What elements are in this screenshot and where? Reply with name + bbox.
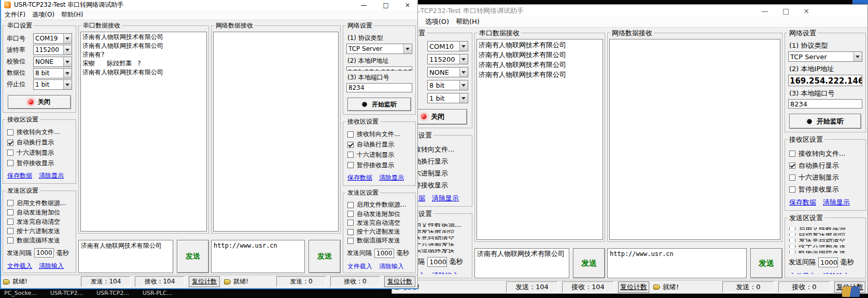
link-clear-display[interactable]: 清除显示: [379, 173, 404, 182]
network-receive-send-button[interactable]: 发送: [750, 248, 782, 278]
pause-receive-display-checkbox[interactable]: [347, 162, 354, 168]
dropdown-arrow-icon[interactable]: [63, 45, 72, 55]
link-clear-display[interactable]: 清除显示: [823, 198, 850, 207]
serial-receive-area[interactable]: 济南有人物联网技术有限公司济南有人物联网技术有限公司济南有?宋锲 际跂邢藁 ?济…: [80, 32, 207, 232]
auto-clear-after-send-checkbox[interactable]: [789, 239, 795, 241]
taskbar-item[interactable]: PC_Socke...: [4, 290, 37, 296]
interval-input[interactable]: 1000: [34, 248, 54, 258]
protocol-dropdown[interactable]: TCP Server: [346, 44, 412, 54]
data-bits-dropdown[interactable]: 8 bit: [33, 68, 72, 78]
maximize-button[interactable]: □: [383, 2, 389, 8]
enable-file-data-source-checkbox[interactable]: [789, 227, 795, 230]
menu-item-options[interactable]: 选项(O): [32, 10, 54, 19]
hex-display-checkbox[interactable]: [347, 152, 354, 158]
local-ip-input[interactable]: 169.254.222.146: [788, 75, 862, 86]
hex-display-checkbox[interactable]: [7, 150, 13, 156]
taskbar-item[interactable]: USR-PLC...: [143, 290, 172, 296]
network-receive-send-button[interactable]: 发送: [309, 240, 341, 273]
network-receive-send-input[interactable]: http://www.usr.cn: [607, 248, 747, 278]
link-clear-input[interactable]: 清除输入: [379, 262, 404, 269]
link-save-data[interactable]: 保存数据: [347, 173, 372, 182]
local-port-input[interactable]: 8234: [788, 99, 862, 109]
serial-close-button[interactable]: 关闭: [8, 95, 71, 109]
link-clear-display[interactable]: 清除显示: [39, 171, 64, 180]
serial-receive-send-button[interactable]: 发送: [177, 240, 209, 273]
network-receive-area[interactable]: [213, 32, 339, 232]
send-as-hex-checkbox[interactable]: [7, 228, 13, 234]
serial-receive-send-button[interactable]: 发送: [573, 248, 605, 278]
dropdown-arrow-icon[interactable]: [459, 67, 468, 77]
link-clear-input[interactable]: 清除输入: [823, 272, 850, 274]
send-as-hex-checkbox[interactable]: [347, 229, 354, 235]
link-load-file[interactable]: 文件载入: [7, 262, 32, 269]
auto-linefeed-display-checkbox[interactable]: [789, 162, 795, 169]
parity-dropdown[interactable]: NONE: [427, 67, 468, 77]
close-button[interactable]: ×: [803, 7, 809, 15]
close-button[interactable]: ×: [405, 2, 410, 8]
interval-input[interactable]: 1000: [427, 257, 447, 267]
enable-file-data-source-checkbox[interactable]: [7, 200, 13, 206]
baud-rate-dropdown[interactable]: 115200: [33, 45, 72, 55]
loop-data-stream-checkbox[interactable]: [347, 238, 354, 244]
link-load-file[interactable]: 文件载入: [789, 272, 816, 274]
com-port-dropdown[interactable]: COM10: [427, 41, 468, 51]
maximize-button[interactable]: □: [782, 7, 789, 15]
dropdown-arrow-icon[interactable]: [459, 93, 468, 103]
minimize-button[interactable]: —: [361, 2, 367, 8]
network-receive-send-input[interactable]: http://www.usr.cn: [211, 240, 305, 273]
auto-clear-after-send-checkbox[interactable]: [7, 219, 13, 225]
dropdown-arrow-icon[interactable]: [853, 52, 862, 61]
interval-input[interactable]: 1000: [818, 258, 838, 267]
menu-item-help[interactable]: 帮助(H): [61, 10, 83, 19]
menu-item-help[interactable]: 帮助(H): [456, 17, 480, 26]
receive-to-file-checkbox[interactable]: [7, 129, 13, 136]
menu-item-options[interactable]: 选项(O): [425, 17, 449, 26]
dropdown-arrow-icon[interactable]: [459, 80, 468, 90]
pause-receive-display-checkbox[interactable]: [7, 160, 13, 166]
hex-display-checkbox[interactable]: [789, 174, 795, 181]
dropdown-arrow-icon[interactable]: [63, 34, 72, 43]
link-save-data[interactable]: 保存数据: [7, 171, 32, 180]
link-clear-display[interactable]: 清除显示: [432, 194, 459, 202]
minimize-button[interactable]: —: [761, 7, 768, 15]
stop-bits-dropdown[interactable]: 1 bit: [33, 79, 72, 90]
dropdown-arrow-icon[interactable]: [403, 44, 412, 53]
link-clear-input[interactable]: 清除输入: [39, 262, 64, 269]
link-save-data[interactable]: 保存数据: [789, 198, 816, 207]
serial-receive-area[interactable]: 济南有人物联网技术有限公司济南有人物联网技术有限公司济南有人物联网技术有限公司济…: [477, 39, 603, 240]
taskbar-item[interactable]: USR-TCP2...: [50, 290, 83, 296]
receive-to-file-checkbox[interactable]: [789, 151, 795, 157]
local-port-input[interactable]: 8234: [346, 83, 412, 92]
dropdown-arrow-icon[interactable]: [63, 80, 72, 89]
auto-linefeed-display-checkbox[interactable]: [7, 140, 13, 146]
com-port-dropdown[interactable]: COM19: [33, 33, 72, 44]
taskbar-item[interactable]: USR-TCP2...: [96, 290, 129, 296]
listen-button[interactable]: 开始监听: [789, 114, 861, 129]
link-clear-input[interactable]: 清除输入: [432, 271, 459, 275]
interval-input[interactable]: 1000: [374, 249, 394, 258]
menu-item-file[interactable]: 文件(F): [5, 10, 25, 19]
local-ip-input[interactable]: 169.254.222.146: [346, 66, 412, 71]
dropdown-arrow-icon[interactable]: [63, 57, 72, 66]
protocol-dropdown[interactable]: TCP Server: [788, 51, 862, 62]
baud-rate-dropdown[interactable]: 115200: [427, 54, 468, 64]
send-as-hex-checkbox[interactable]: [789, 245, 795, 248]
stop-bits-dropdown[interactable]: 1 bit: [427, 93, 468, 103]
receive-to-file-checkbox[interactable]: [347, 131, 354, 138]
auto-send-append-checkbox[interactable]: [347, 211, 354, 217]
reset-count-button[interactable]: 复位计数: [189, 276, 220, 287]
dropdown-arrow-icon[interactable]: [459, 55, 468, 64]
dropdown-arrow-icon[interactable]: [459, 42, 468, 51]
reset-count-button[interactable]: 复位计数: [384, 276, 415, 287]
dropdown-arrow-icon[interactable]: [63, 69, 72, 78]
link-load-file[interactable]: 文件载入: [347, 262, 372, 269]
pause-receive-display-checkbox[interactable]: [789, 186, 795, 193]
reset-count-button[interactable]: 复位计数: [618, 281, 649, 293]
enable-file-data-source-checkbox[interactable]: [347, 202, 354, 208]
auto-clear-after-send-checkbox[interactable]: [347, 220, 354, 226]
serial-receive-send-input[interactable]: 济南有人物联网技术有限公司: [474, 248, 569, 278]
auto-linefeed-display-checkbox[interactable]: [347, 142, 354, 148]
parity-dropdown[interactable]: NONE: [33, 57, 72, 67]
auto-send-append-checkbox[interactable]: [789, 233, 795, 236]
listen-button[interactable]: 开始监听: [347, 98, 411, 111]
